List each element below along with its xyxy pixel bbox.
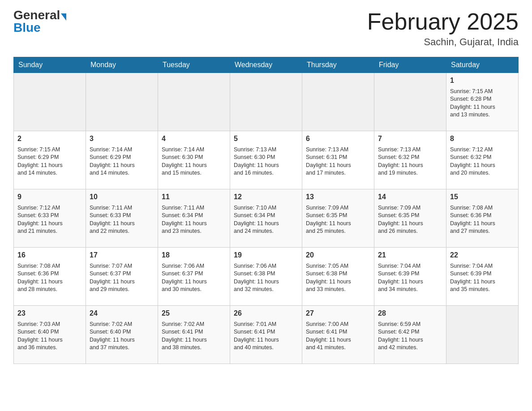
location-text: Sachin, Gujarat, India [367, 36, 519, 48]
calendar-cell: 28Sunrise: 6:59 AM Sunset: 6:42 PM Dayli… [374, 306, 446, 364]
calendar-cell: 10Sunrise: 7:11 AM Sunset: 6:33 PM Dayli… [86, 189, 158, 248]
col-sunday: Sunday [14, 57, 86, 73]
day-info: Sunrise: 7:11 AM Sunset: 6:34 PM Dayligh… [162, 204, 226, 235]
calendar-cell: 12Sunrise: 7:10 AM Sunset: 6:34 PM Dayli… [230, 189, 302, 248]
month-title: February 2025 [367, 9, 519, 34]
day-number: 6 [306, 134, 370, 144]
calendar-cell: 23Sunrise: 7:03 AM Sunset: 6:40 PM Dayli… [14, 306, 86, 364]
day-number: 25 [162, 308, 226, 318]
col-wednesday: Wednesday [230, 57, 302, 73]
page-header: General Blue February 2025 Sachin, Gujar… [13, 9, 519, 48]
logo-blue-text: Blue [13, 21, 41, 34]
calendar-cell: 5Sunrise: 7:13 AM Sunset: 6:30 PM Daylig… [230, 131, 302, 189]
logo: General Blue [13, 9, 66, 34]
calendar-week-1: 2Sunrise: 7:15 AM Sunset: 6:29 PM Daylig… [14, 131, 519, 189]
day-number: 16 [17, 250, 82, 260]
day-number: 20 [306, 250, 370, 260]
col-monday: Monday [86, 57, 158, 73]
calendar-cell: 25Sunrise: 7:02 AM Sunset: 6:41 PM Dayli… [158, 306, 230, 364]
calendar-cell: 8Sunrise: 7:12 AM Sunset: 6:32 PM Daylig… [446, 131, 519, 189]
calendar-cell [230, 73, 302, 131]
calendar-cell: 4Sunrise: 7:14 AM Sunset: 6:30 PM Daylig… [158, 131, 230, 189]
calendar-cell: 18Sunrise: 7:06 AM Sunset: 6:37 PM Dayli… [158, 248, 230, 306]
day-number: 12 [234, 192, 298, 202]
day-info: Sunrise: 7:15 AM Sunset: 6:29 PM Dayligh… [17, 146, 82, 177]
calendar-table: Sunday Monday Tuesday Wednesday Thursday… [13, 57, 519, 364]
calendar-cell [302, 73, 374, 131]
day-number: 23 [17, 308, 82, 318]
day-info: Sunrise: 7:00 AM Sunset: 6:41 PM Dayligh… [306, 321, 370, 352]
calendar-week-0: 1Sunrise: 7:15 AM Sunset: 6:28 PM Daylig… [14, 73, 519, 131]
day-number: 9 [17, 192, 82, 202]
col-thursday: Thursday [302, 57, 374, 73]
day-number: 4 [162, 134, 226, 144]
day-number: 24 [90, 308, 154, 318]
day-number: 3 [90, 134, 154, 144]
day-info: Sunrise: 7:13 AM Sunset: 6:32 PM Dayligh… [378, 146, 442, 177]
calendar-cell [86, 73, 158, 131]
calendar-cell: 3Sunrise: 7:14 AM Sunset: 6:29 PM Daylig… [86, 131, 158, 189]
calendar-body: 1Sunrise: 7:15 AM Sunset: 6:28 PM Daylig… [14, 73, 519, 364]
day-info: Sunrise: 7:14 AM Sunset: 6:30 PM Dayligh… [162, 146, 226, 177]
day-info: Sunrise: 7:09 AM Sunset: 6:35 PM Dayligh… [378, 204, 442, 235]
day-info: Sunrise: 7:05 AM Sunset: 6:38 PM Dayligh… [306, 262, 370, 294]
calendar-cell: 2Sunrise: 7:15 AM Sunset: 6:29 PM Daylig… [14, 131, 86, 189]
calendar-cell: 17Sunrise: 7:07 AM Sunset: 6:37 PM Dayli… [86, 248, 158, 306]
day-info: Sunrise: 7:09 AM Sunset: 6:35 PM Dayligh… [306, 204, 370, 235]
day-number: 14 [378, 192, 442, 202]
day-number: 2 [17, 134, 82, 144]
calendar-cell [14, 73, 86, 131]
day-info: Sunrise: 7:02 AM Sunset: 6:41 PM Dayligh… [162, 321, 226, 352]
calendar-cell [374, 73, 446, 131]
day-info: Sunrise: 7:06 AM Sunset: 6:37 PM Dayligh… [162, 262, 226, 294]
day-info: Sunrise: 7:12 AM Sunset: 6:32 PM Dayligh… [450, 146, 515, 177]
calendar-cell: 21Sunrise: 7:04 AM Sunset: 6:39 PM Dayli… [374, 248, 446, 306]
day-info: Sunrise: 7:15 AM Sunset: 6:28 PM Dayligh… [450, 88, 515, 119]
day-info: Sunrise: 7:10 AM Sunset: 6:34 PM Dayligh… [234, 204, 298, 235]
day-info: Sunrise: 7:08 AM Sunset: 6:36 PM Dayligh… [17, 262, 82, 294]
day-number: 7 [378, 134, 442, 144]
day-info: Sunrise: 7:02 AM Sunset: 6:40 PM Dayligh… [90, 321, 154, 352]
day-info: Sunrise: 6:59 AM Sunset: 6:42 PM Dayligh… [378, 321, 442, 352]
day-number: 21 [378, 250, 442, 260]
calendar-week-3: 16Sunrise: 7:08 AM Sunset: 6:36 PM Dayli… [14, 248, 519, 306]
calendar-cell: 24Sunrise: 7:02 AM Sunset: 6:40 PM Dayli… [86, 306, 158, 364]
header-row: Sunday Monday Tuesday Wednesday Thursday… [14, 57, 519, 73]
calendar-cell: 15Sunrise: 7:08 AM Sunset: 6:36 PM Dayli… [446, 189, 519, 248]
calendar-cell: 11Sunrise: 7:11 AM Sunset: 6:34 PM Dayli… [158, 189, 230, 248]
day-info: Sunrise: 7:13 AM Sunset: 6:30 PM Dayligh… [234, 146, 298, 177]
day-number: 8 [450, 134, 515, 144]
calendar-cell: 26Sunrise: 7:01 AM Sunset: 6:41 PM Dayli… [230, 306, 302, 364]
day-number: 18 [162, 250, 226, 260]
day-number: 28 [378, 308, 442, 318]
day-info: Sunrise: 7:08 AM Sunset: 6:36 PM Dayligh… [450, 204, 515, 235]
calendar-week-4: 23Sunrise: 7:03 AM Sunset: 6:40 PM Dayli… [14, 306, 519, 364]
day-info: Sunrise: 7:13 AM Sunset: 6:31 PM Dayligh… [306, 146, 370, 177]
day-info: Sunrise: 7:14 AM Sunset: 6:29 PM Dayligh… [90, 146, 154, 177]
day-number: 5 [234, 134, 298, 144]
day-info: Sunrise: 7:06 AM Sunset: 6:38 PM Dayligh… [234, 262, 298, 294]
logo-general-text: General [13, 9, 60, 21]
logo-arrow-icon [61, 13, 66, 21]
calendar-cell: 13Sunrise: 7:09 AM Sunset: 6:35 PM Dayli… [302, 189, 374, 248]
calendar-cell [446, 306, 519, 364]
day-number: 15 [450, 192, 515, 202]
day-info: Sunrise: 7:01 AM Sunset: 6:41 PM Dayligh… [234, 321, 298, 352]
calendar-cell: 14Sunrise: 7:09 AM Sunset: 6:35 PM Dayli… [374, 189, 446, 248]
day-number: 19 [234, 250, 298, 260]
day-number: 11 [162, 192, 226, 202]
day-number: 22 [450, 250, 515, 260]
day-info: Sunrise: 7:12 AM Sunset: 6:33 PM Dayligh… [17, 204, 82, 235]
calendar-cell: 20Sunrise: 7:05 AM Sunset: 6:38 PM Dayli… [302, 248, 374, 306]
calendar-cell: 19Sunrise: 7:06 AM Sunset: 6:38 PM Dayli… [230, 248, 302, 306]
calendar-cell: 7Sunrise: 7:13 AM Sunset: 6:32 PM Daylig… [374, 131, 446, 189]
day-number: 27 [306, 308, 370, 318]
calendar-cell: 6Sunrise: 7:13 AM Sunset: 6:31 PM Daylig… [302, 131, 374, 189]
day-number: 17 [90, 250, 154, 260]
calendar-header: Sunday Monday Tuesday Wednesday Thursday… [14, 57, 519, 73]
calendar-week-2: 9Sunrise: 7:12 AM Sunset: 6:33 PM Daylig… [14, 189, 519, 248]
col-tuesday: Tuesday [158, 57, 230, 73]
day-info: Sunrise: 7:04 AM Sunset: 6:39 PM Dayligh… [450, 262, 515, 294]
day-number: 10 [90, 192, 154, 202]
calendar-cell: 9Sunrise: 7:12 AM Sunset: 6:33 PM Daylig… [14, 189, 86, 248]
